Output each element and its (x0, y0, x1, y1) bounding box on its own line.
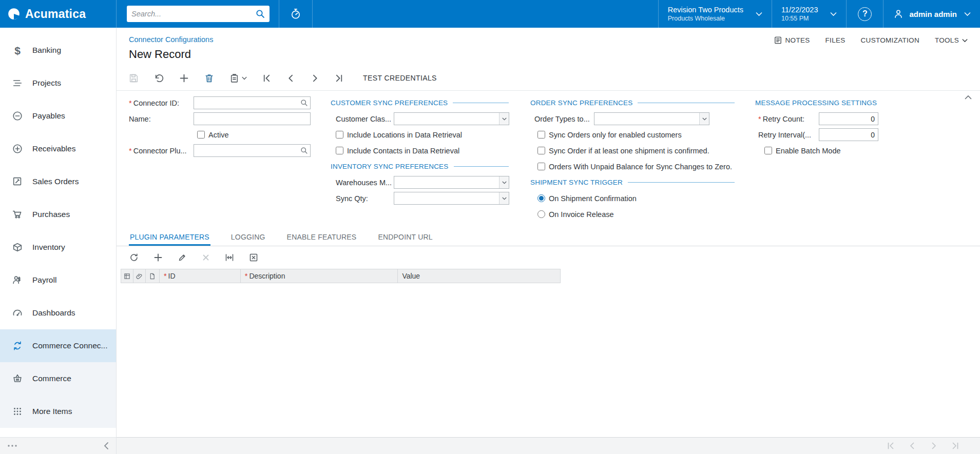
enabled-customers-checkbox[interactable] (537, 131, 545, 139)
last-record-icon (335, 74, 343, 83)
notes-button[interactable]: NOTES (774, 36, 810, 45)
company-selector[interactable]: Revision Two Products Products Wholesale (658, 0, 772, 28)
sidebar-item-sales-orders[interactable]: Sales Orders (0, 165, 116, 198)
tab-enable-features[interactable]: ENABLE FEATURES (286, 230, 358, 246)
enable-batch-label: Enable Batch Mode (776, 147, 841, 155)
files-button[interactable]: FILES (825, 36, 846, 44)
tab-logging[interactable]: LOGGING (230, 230, 266, 246)
row-settings-column-header[interactable] (121, 269, 133, 283)
breadcrumb[interactable]: Connector Configurations (129, 35, 213, 44)
notes-column-header[interactable] (146, 269, 160, 283)
clipboard-button[interactable] (229, 73, 247, 83)
shipment-trigger-section-title: SHIPMENT SYNC TRIGGER (530, 174, 755, 190)
sidebar-item-purchases[interactable]: Purchases (0, 198, 116, 231)
fit-columns-button[interactable] (225, 253, 234, 262)
search-input[interactable] (131, 10, 256, 18)
sidebar-item-projects[interactable]: Projects (0, 67, 116, 100)
notes-label: NOTES (785, 36, 810, 44)
sidebar-item-payables[interactable]: Payables (0, 100, 116, 132)
warehouses-select[interactable] (394, 176, 509, 189)
files-label: FILES (825, 36, 846, 44)
help-button[interactable]: ? (846, 0, 883, 28)
sidebar-item-payroll[interactable]: Payroll (0, 264, 116, 297)
order-types-select[interactable] (594, 112, 709, 125)
help-icon: ? (858, 7, 872, 21)
customer-class-select[interactable] (394, 112, 509, 125)
sidebar-item-banking[interactable]: $ Banking (0, 34, 116, 67)
tools-button[interactable]: TOOLS (935, 36, 968, 44)
undo-button[interactable] (154, 73, 164, 83)
tab-plugin-parameters[interactable]: PLUGIN PARAMETERS (129, 230, 210, 246)
next-page-icon (930, 442, 938, 450)
add-record-button[interactable] (179, 73, 189, 83)
user-menu[interactable]: admin admin (883, 0, 980, 28)
sidebar-item-commerce[interactable]: Commerce (0, 362, 116, 395)
include-contacts-checkbox[interactable] (336, 147, 343, 154)
search-icon[interactable] (256, 9, 265, 18)
fit-width-icon (225, 253, 234, 262)
go-next-button[interactable] (311, 74, 319, 83)
export-excel-button[interactable] (249, 253, 258, 262)
collapse-sidebar-icon[interactable] (104, 442, 109, 450)
trash-icon (204, 73, 214, 83)
shipment-confirmed-checkbox[interactable] (537, 147, 545, 154)
sidebar-item-commerce-connectors[interactable]: Commerce Connec... (0, 329, 116, 362)
name-input[interactable] (194, 112, 311, 125)
prev-record-icon (286, 74, 295, 83)
include-locations-label: Include Locations in Data Retrieval (347, 131, 462, 139)
on-invoice-radio[interactable] (537, 210, 545, 218)
connector-id-label: *Connector ID: (129, 99, 194, 107)
page-prev-button[interactable] (908, 442, 916, 450)
page-title: New Record (129, 48, 968, 61)
first-page-icon (887, 442, 895, 450)
attachments-column-header[interactable] (133, 269, 146, 283)
delete-row-button[interactable] (202, 253, 210, 262)
page-next-button[interactable] (930, 442, 938, 450)
connector-plugin-input[interactable] (194, 144, 311, 157)
active-label: Active (208, 131, 229, 139)
edit-row-button[interactable] (178, 253, 187, 262)
chevron-down-icon (502, 181, 507, 184)
sidebar-item-more-items[interactable]: More Items (0, 395, 116, 428)
page-last-button[interactable] (951, 442, 959, 450)
sidebar-item-inventory[interactable]: Inventory (0, 231, 116, 264)
retry-count-input[interactable] (819, 112, 878, 125)
tab-endpoint-url[interactable]: ENDPOINT URL (377, 230, 433, 246)
connector-id-input[interactable] (194, 96, 311, 109)
customization-button[interactable]: CUSTOMIZATION (861, 36, 919, 44)
on-shipment-radio[interactable] (537, 194, 545, 202)
refresh-button[interactable] (129, 253, 139, 262)
enable-batch-checkbox[interactable] (764, 147, 772, 154)
add-row-button[interactable] (153, 253, 163, 262)
sidebar-item-dashboards[interactable]: Dashboards (0, 297, 116, 329)
retry-interval-input[interactable] (819, 128, 878, 141)
include-locations-checkbox[interactable] (336, 131, 343, 139)
tools-label: TOOLS (935, 36, 959, 44)
column-header-value[interactable]: Value (398, 269, 561, 283)
go-last-button[interactable] (335, 74, 343, 83)
on-shipment-label: On Shipment Confirmation (549, 194, 637, 203)
sync-qty-select[interactable] (394, 192, 509, 205)
acumatica-logo[interactable]: Acumatica (0, 0, 117, 28)
save-button[interactable] (129, 73, 139, 83)
unpaid-balance-checkbox[interactable] (537, 163, 545, 170)
banking-icon: $ (14, 45, 21, 56)
last-page-icon (951, 442, 959, 450)
go-prev-button[interactable] (286, 74, 295, 83)
sidebar-item-receivables[interactable]: Receivables (0, 132, 116, 165)
column-header-id[interactable]: *ID (160, 269, 241, 283)
business-date-button[interactable] (279, 0, 313, 28)
top-bar: Acumatica Revision Two Products Products… (0, 0, 980, 28)
datetime-selector[interactable]: 11/22/2023 10:55 PM (772, 0, 847, 28)
go-first-button[interactable] (262, 74, 271, 83)
retry-interval-label: Retry Interval(... (758, 131, 819, 139)
active-checkbox[interactable] (197, 131, 205, 139)
next-record-icon (311, 74, 319, 83)
column-header-description[interactable]: *Description (241, 269, 398, 283)
test-credentials-button[interactable]: TEST CREDENTIALS (363, 74, 437, 82)
more-options-icon[interactable] (7, 444, 17, 447)
delete-record-button[interactable] (204, 73, 214, 83)
collapse-panel-button[interactable] (965, 95, 972, 100)
page-first-button[interactable] (887, 442, 895, 450)
main-sidebar: $ Banking Projects Payables Receivables (0, 28, 117, 454)
